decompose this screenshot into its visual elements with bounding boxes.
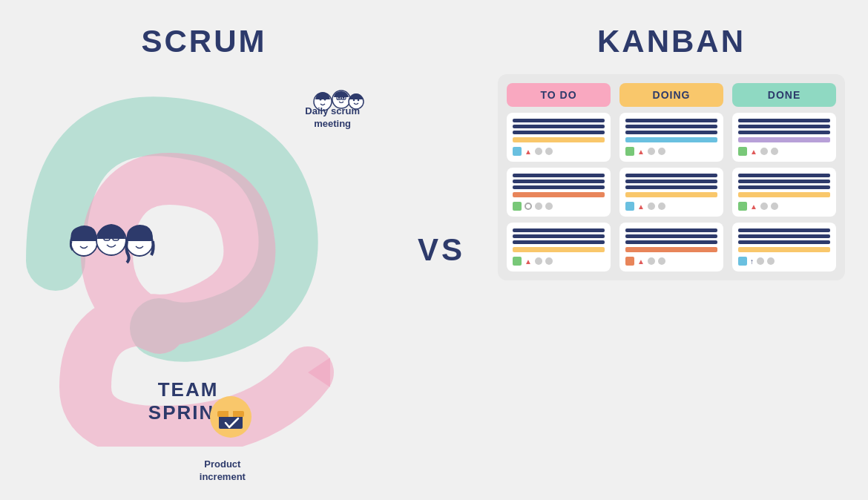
card-line xyxy=(625,174,717,177)
card-footer: ▲ xyxy=(625,202,717,211)
card-accent xyxy=(513,192,605,197)
dot xyxy=(757,257,764,265)
card-line xyxy=(738,240,830,244)
svg-rect-28 xyxy=(228,411,233,417)
kanban-card: ↑ xyxy=(732,223,836,272)
priority-box xyxy=(625,257,634,266)
dot xyxy=(545,148,553,155)
card-line xyxy=(738,174,830,177)
dot xyxy=(545,203,553,210)
dot xyxy=(760,148,768,155)
dot xyxy=(535,203,542,210)
card-line xyxy=(625,234,717,238)
dot xyxy=(648,257,655,265)
card-accent xyxy=(738,247,830,252)
priority-box xyxy=(738,147,747,156)
card-line xyxy=(513,125,605,128)
priority-box xyxy=(738,257,747,266)
card-footer: ▲ xyxy=(513,147,605,156)
card-line xyxy=(738,228,830,232)
card-lines xyxy=(513,119,605,134)
card-accent xyxy=(625,247,717,252)
card-lines xyxy=(738,174,830,189)
card-line xyxy=(625,240,717,244)
svg-point-12 xyxy=(358,99,360,102)
kanban-section: KANBAN TO DO ▲ xyxy=(486,9,857,491)
card-line xyxy=(738,185,830,189)
card-line xyxy=(738,234,830,238)
card-line xyxy=(513,185,605,189)
card-line xyxy=(738,119,830,122)
priority-box xyxy=(738,202,747,211)
priority-arrow: ▲ xyxy=(750,203,757,211)
dot xyxy=(648,148,655,155)
kanban-card xyxy=(507,168,611,217)
kanban-title: KANBAN xyxy=(597,24,746,59)
card-line xyxy=(513,234,605,238)
kanban-card: ▲ xyxy=(507,113,611,162)
dot xyxy=(658,203,665,210)
priority-box xyxy=(513,257,522,266)
card-line xyxy=(625,131,717,134)
kanban-card: ▲ xyxy=(619,113,723,162)
dot xyxy=(760,203,768,210)
card-line xyxy=(625,228,717,232)
dot xyxy=(648,203,655,210)
priority-arrow: ▲ xyxy=(637,257,645,266)
card-line xyxy=(738,131,830,134)
dot xyxy=(658,257,665,265)
card-lines xyxy=(738,119,830,134)
card-line xyxy=(513,174,605,177)
kanban-card: ▲ xyxy=(732,168,836,217)
card-line xyxy=(513,180,605,183)
kanban-col-doing: DOING ▲ xyxy=(619,83,723,272)
product-increment-label: Product increment xyxy=(200,458,246,484)
dot xyxy=(535,257,542,265)
card-lines xyxy=(625,228,717,244)
vs-section: VS xyxy=(397,232,486,268)
card-line xyxy=(625,119,717,122)
card-line xyxy=(738,180,830,183)
dot xyxy=(767,257,775,265)
kanban-board: TO DO ▲ xyxy=(498,74,845,280)
card-footer: ▲ xyxy=(738,147,830,156)
card-lines xyxy=(625,174,717,189)
scrum-section: SCRUM xyxy=(11,9,397,491)
kanban-card: ▲ xyxy=(732,113,836,162)
col-header-todo: TO DO xyxy=(507,83,611,107)
priority-box xyxy=(625,147,634,156)
kanban-col-todo: TO DO ▲ xyxy=(507,83,611,272)
card-line xyxy=(738,125,830,128)
priority-circle-outline xyxy=(525,203,532,210)
card-footer: ▲ xyxy=(513,257,605,266)
dot xyxy=(658,148,665,155)
svg-point-11 xyxy=(353,99,355,102)
dot xyxy=(545,257,553,265)
priority-box xyxy=(513,202,522,211)
priority-arrow: ↑ xyxy=(750,257,754,266)
priority-arrow: ▲ xyxy=(525,257,532,266)
card-lines xyxy=(625,119,717,134)
card-lines xyxy=(513,174,605,189)
card-accent xyxy=(625,137,717,142)
card-line xyxy=(513,131,605,134)
col-header-doing: DOING xyxy=(619,83,723,107)
card-line xyxy=(513,228,605,232)
card-line xyxy=(513,119,605,122)
card-footer: ↑ xyxy=(738,257,830,266)
card-accent xyxy=(513,137,605,142)
priority-box xyxy=(513,147,522,156)
card-footer: ▲ xyxy=(738,202,830,211)
kanban-card: ▲ xyxy=(507,223,611,272)
card-footer xyxy=(513,202,605,211)
kanban-col-done: DONE ▲ xyxy=(732,83,836,272)
card-footer: ▲ xyxy=(625,257,717,266)
card-line xyxy=(513,240,605,244)
card-lines xyxy=(513,228,605,244)
vs-label: VS xyxy=(418,232,465,268)
priority-arrow: ▲ xyxy=(637,148,645,156)
card-accent xyxy=(513,247,605,252)
main-container: SCRUM xyxy=(0,0,868,500)
daily-scrum-label: Daily scrum meeting xyxy=(305,105,360,131)
priority-box xyxy=(625,202,634,211)
